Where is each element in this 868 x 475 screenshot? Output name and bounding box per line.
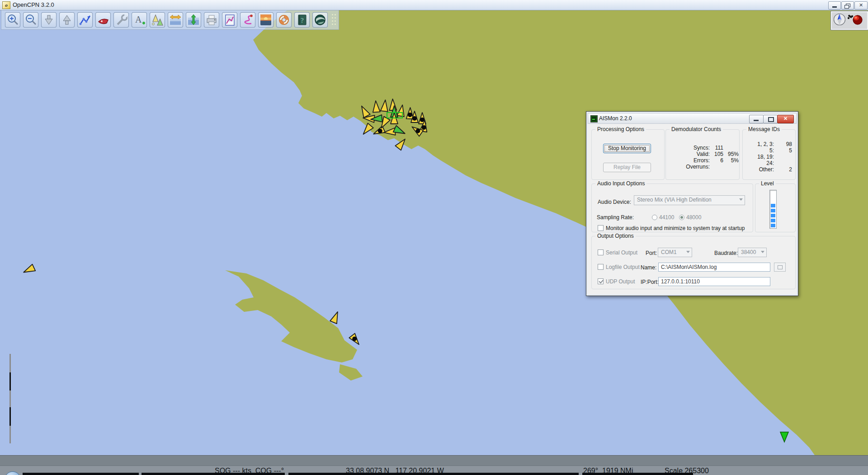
logfile-output-checkbox[interactable] (598, 264, 604, 270)
aismon-app-icon (590, 115, 598, 122)
route-manager-icon (223, 13, 236, 27)
rate-48000-radio[interactable] (679, 215, 684, 220)
processing-options-group: Processing Options (591, 129, 665, 180)
level-segment (771, 204, 775, 207)
audio-input-options-legend: Audio Input Options (595, 180, 646, 187)
ais-targets-button[interactable] (150, 12, 165, 28)
chart-piano-key[interactable] (288, 473, 579, 475)
browse-button[interactable] (774, 263, 786, 272)
audio-device-label: Audio Device: (598, 199, 631, 205)
baudrate-combobox[interactable]: 38400 (738, 248, 767, 257)
processing-options-legend: Processing Options (595, 126, 646, 132)
lifering-icon (277, 13, 291, 27)
ip-port-label: IP:Port: (641, 279, 659, 285)
toolbar-grip[interactable] (332, 14, 336, 27)
rate-44100-radio[interactable] (652, 215, 657, 220)
chart-piano-key[interactable] (582, 473, 693, 475)
svg-text:A: A (135, 14, 142, 24)
minimize-button[interactable] (828, 1, 841, 9)
level-segment (771, 224, 775, 227)
svg-text:?: ? (301, 17, 304, 24)
plugin-help-button[interactable]: ? (294, 12, 310, 28)
chart-piano-key[interactable] (23, 473, 139, 475)
opencpn-logo-icon: o (2, 1, 10, 9)
demod-row: Valid:10595% (668, 151, 739, 157)
zoom-in-icon (6, 13, 19, 27)
aismon-minimize-button[interactable] (749, 115, 764, 123)
output-options-legend: Output Options (595, 233, 636, 239)
ip-port-input[interactable]: 127.0.0.1:10110 (658, 277, 770, 286)
chevron-down-icon (686, 251, 690, 253)
zoom-out-button[interactable] (23, 12, 38, 28)
rate-48000-label: 48000 (686, 214, 701, 221)
logfile-output-label: Logfile Output (606, 264, 640, 270)
logfile-name-input[interactable]: C:\AISMon\AISMon.log (658, 263, 770, 272)
message-ids-legend: Message IDs (746, 126, 782, 132)
main-toolbar: A ? (1, 10, 339, 30)
serial-output-checkbox[interactable] (598, 249, 604, 255)
msgid-row: Other:2 (745, 166, 792, 173)
zoom-in-button[interactable] (5, 12, 20, 28)
chart-bar[interactable] (0, 455, 868, 466)
msgid-row: 24: (745, 160, 792, 166)
currents-button[interactable] (186, 12, 201, 28)
aismon-dialog: AISMon 2.2.0 ✕ Processing Options Stop M… (586, 111, 798, 296)
aismon-titlebar[interactable]: AISMon 2.2.0 ✕ (588, 113, 797, 124)
demod-row: Syncs:111 (668, 145, 739, 151)
sampling-rate-label: Sampling Rate: (597, 214, 634, 221)
baudrate-value: 38400 (741, 249, 756, 255)
scale-chart-in-button[interactable] (59, 12, 75, 28)
monitor-startup-label: Monitor audio input and minimize to syst… (606, 225, 745, 231)
close-button[interactable]: ✕ (854, 1, 868, 9)
level-segment (771, 219, 775, 222)
scale-bar (9, 354, 11, 443)
auto-follow-button[interactable] (95, 12, 111, 28)
udp-output-checkbox[interactable] (598, 278, 604, 284)
udp-output-label: UDP Output (606, 278, 635, 285)
print-chart-button[interactable] (204, 12, 219, 28)
audio-device-combobox[interactable]: Stereo Mix (VIA High Definition (634, 195, 745, 205)
msgid-row: 5:5 (745, 147, 792, 154)
google-earth-button[interactable] (312, 12, 328, 28)
color-scheme-button[interactable] (258, 12, 274, 28)
enc-text-button[interactable]: A (132, 12, 147, 28)
port-combobox[interactable]: COM1 (658, 248, 692, 257)
stop-monitoring-button[interactable]: Stop Monitoring (603, 144, 651, 153)
route-manager-button[interactable] (222, 12, 237, 28)
zoom-out-icon (24, 13, 38, 27)
demod-row: Overruns: (668, 164, 739, 170)
port-value: COM1 (661, 249, 677, 255)
scale-chart-out-button[interactable] (41, 12, 57, 28)
wrench-icon (114, 13, 128, 27)
help-icon: ? (295, 13, 309, 27)
chart-piano-key[interactable] (142, 473, 285, 475)
google-earth-icon (313, 13, 327, 27)
create-route-button[interactable] (77, 12, 93, 28)
scale-out-icon (42, 13, 56, 27)
ship-icon (96, 13, 110, 27)
text-icon: A (132, 13, 146, 27)
compass-rose-icon (834, 14, 845, 25)
tides-button[interactable] (168, 12, 183, 28)
options-button[interactable] (113, 12, 129, 28)
chevron-down-icon (761, 251, 764, 253)
aismon-maximize-button[interactable] (763, 115, 778, 123)
demod-row: Errors:65% (668, 157, 739, 164)
track-button[interactable] (240, 12, 255, 28)
compass-status-panel[interactable] (831, 11, 868, 30)
monitor-startup-checkbox[interactable] (598, 225, 604, 231)
replay-file-button[interactable]: Replay File (603, 163, 651, 172)
serial-output-label: Serial Output (606, 249, 637, 256)
about-button[interactable] (276, 12, 292, 28)
rate-44100-label: 44100 (659, 214, 674, 221)
msgid-row: 1, 2, 3:98 (745, 141, 792, 147)
ais-icon (151, 13, 164, 27)
browse-icon (778, 265, 783, 269)
current-icon (187, 13, 200, 27)
demodulator-counts-legend: Demodulator Counts (670, 126, 723, 132)
gps-status-icon (853, 15, 863, 25)
satellite-icon (848, 14, 853, 19)
restore-button[interactable] (841, 1, 854, 9)
aismon-close-button[interactable]: ✕ (777, 115, 794, 123)
sunset-icon (259, 13, 273, 27)
